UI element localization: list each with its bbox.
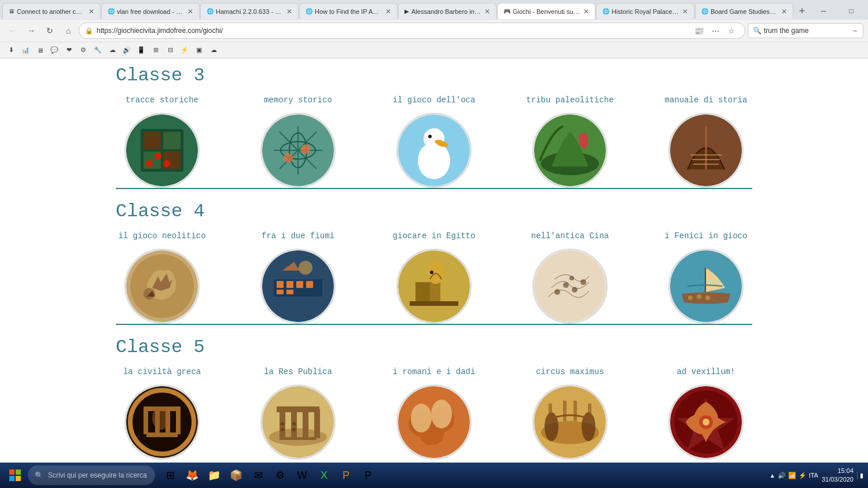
powerpoint-icon[interactable]: P [336, 465, 356, 486]
game-dadi-circle[interactable] [396, 385, 472, 460]
tab-7-close[interactable]: ✕ [682, 8, 688, 16]
back-button[interactable]: ← [5, 23, 21, 39]
svg-point-67 [152, 406, 170, 430]
game-circus-circle[interactable] [532, 385, 608, 460]
game-egitto-label: giocare in Egitto [393, 231, 476, 243]
search-bar[interactable]: 🔍 trum the game → [748, 23, 863, 38]
show-desktop-button[interactable]: ▮ [857, 472, 863, 479]
tab-5[interactable]: ▶ Alessandro Barbero in Stat... ✕ [398, 3, 496, 19]
game-manuale-circle[interactable] [668, 113, 744, 188]
game-neolitico-circle[interactable] [124, 249, 200, 324]
game-tribu[interactable]: tribu paleolitiche [524, 95, 616, 188]
wrench-icon[interactable]: 🔧 [91, 44, 104, 57]
tab-8[interactable]: 🌐 Board Game Studies Colloq... ✕ [695, 3, 793, 19]
game-cina[interactable]: nell'antica Cina [524, 231, 616, 324]
game-tribu-circle[interactable] [532, 113, 608, 188]
svg-point-48 [430, 271, 433, 274]
taskbar-search-text: Scrivi qui per eseguire la ricerca [48, 471, 147, 479]
game-manuale[interactable]: manuale di storia [660, 95, 752, 188]
tab-7-icon: 🌐 [602, 8, 609, 14]
cloud2-icon[interactable]: ☁ [207, 44, 220, 57]
tray-arrow[interactable]: ▲ [770, 472, 775, 479]
grid-icon[interactable]: ⊞ [149, 44, 162, 57]
tab-5-icon: ▶ [404, 8, 409, 14]
game-tracce[interactable]: tracce storiche [116, 95, 208, 188]
lightning-icon[interactable]: ⚡ [178, 44, 191, 57]
start-button[interactable] [5, 465, 25, 486]
browser-taskbar-icon[interactable]: 🦊 [182, 465, 203, 486]
svg-point-76 [281, 422, 284, 426]
game-dadi[interactable]: i romani e i dadi [388, 367, 480, 460]
forward-button[interactable]: → [23, 23, 39, 39]
tab-8-close[interactable]: ✕ [781, 8, 787, 16]
taskview-button[interactable]: ⊞ [160, 465, 181, 486]
box-icon[interactable]: ▣ [193, 44, 205, 57]
game-fiumi[interactable]: fra i due fiumi [252, 231, 344, 324]
game-circus[interactable]: circus maximus [524, 367, 616, 460]
game-fiumi-circle[interactable] [260, 249, 336, 324]
game-egitto-circle[interactable] [396, 249, 472, 324]
game-tracce-circle[interactable] [124, 113, 200, 188]
game-respublica[interactable]: la Res Publica [252, 367, 344, 460]
new-tab-button[interactable]: + [794, 3, 810, 19]
game-cina-circle[interactable] [532, 249, 608, 324]
refresh-button[interactable]: ↻ [42, 23, 58, 39]
word-icon[interactable]: W [292, 465, 312, 486]
svg-rect-74 [277, 406, 319, 412]
tab-3[interactable]: 🌐 Hamachi 2.2.0.633 - Downlo... ✕ [200, 3, 299, 19]
favorites-icon[interactable]: ☆ [724, 23, 739, 38]
mobile-icon[interactable]: 📱 [135, 44, 148, 57]
reader-icon[interactable]: 📰 [692, 23, 707, 38]
app10-icon[interactable]: P [358, 465, 378, 486]
url-bar[interactable]: 🔒 https://giochiecivita.jimdofree.com/gi… [79, 23, 745, 39]
heart-icon[interactable]: ❤ [62, 44, 75, 57]
tab-2-close[interactable]: ✕ [187, 8, 193, 16]
gear-icon[interactable]: ⚙ [77, 44, 90, 57]
grid2-icon[interactable]: ⊟ [164, 44, 176, 57]
game-neolitico[interactable]: il gioco neolitico [116, 231, 208, 324]
tab-3-close[interactable]: ✕ [286, 8, 292, 16]
game-grecia-circle[interactable] [124, 385, 200, 460]
excel-icon[interactable]: X [314, 465, 334, 486]
svg-rect-36 [277, 281, 284, 288]
tab-4[interactable]: 🌐 How to Find the IP Address... ✕ [299, 3, 398, 19]
tab-6[interactable]: 🎮 Giochi - Benvenuti su gioc... ✕ [497, 3, 595, 19]
tab-2[interactable]: 🌐 vlan free download - Source... ✕ [101, 3, 200, 19]
app6-icon[interactable]: ⚙ [270, 465, 290, 486]
more-icon[interactable]: ⋯ [708, 23, 723, 38]
game-memory[interactable]: memory storico [252, 95, 344, 188]
tab-1-close[interactable]: ✕ [89, 8, 94, 16]
speaker-icon[interactable]: 🔊 [120, 44, 133, 57]
close-button[interactable]: ✕ [866, 3, 868, 19]
tab-6-close[interactable]: ✕ [583, 8, 589, 16]
monitor-icon[interactable]: 🖥 [34, 44, 46, 57]
game-fenici[interactable]: i Fenici in gioco [660, 231, 752, 324]
game-egitto[interactable]: giocare in Egitto [388, 231, 480, 324]
game-grecia[interactable]: la civiltà greca [116, 367, 208, 460]
game-memory-circle[interactable] [260, 113, 336, 188]
minimize-button[interactable]: ─ [810, 3, 837, 19]
tab-7-label: Historic Royal Palaces > Ho... [612, 8, 679, 15]
download-icon[interactable]: ⬇ [5, 44, 17, 57]
game-vexillum[interactable]: ad vexillum! [660, 367, 752, 460]
tab-7[interactable]: 🌐 Historic Royal Palaces > Ho... ✕ [596, 3, 694, 19]
maximize-button[interactable]: □ [838, 3, 865, 19]
game-respublica-circle[interactable] [260, 385, 336, 460]
tab-4-close[interactable]: ✕ [385, 8, 391, 16]
game-vexillum-circle[interactable] [668, 385, 744, 460]
file-manager-icon[interactable]: 📁 [204, 465, 225, 486]
mail-icon[interactable]: ✉ [248, 465, 269, 486]
cloud-icon[interactable]: ☁ [106, 44, 119, 57]
game-oca[interactable]: il gioco dell'oca [388, 95, 480, 188]
game-oca-circle[interactable] [396, 113, 472, 188]
taskbar-search-box[interactable]: 🔍 Scrivi qui per eseguire la ricerca [28, 465, 155, 485]
svg-rect-75 [279, 437, 317, 440]
taskbar-clock[interactable]: 15:04 31/03/2020 [822, 467, 854, 485]
tab-5-close[interactable]: ✕ [484, 8, 490, 16]
tab-1[interactable]: 🖥 Connect to another compu... ✕ [2, 3, 101, 19]
home-button[interactable]: ⌂ [60, 23, 76, 39]
dropbox-icon[interactable]: 📦 [226, 465, 247, 486]
game-fenici-circle[interactable] [668, 249, 744, 324]
chat-icon[interactable]: 💬 [48, 44, 61, 57]
chart-icon[interactable]: 📊 [19, 44, 32, 57]
